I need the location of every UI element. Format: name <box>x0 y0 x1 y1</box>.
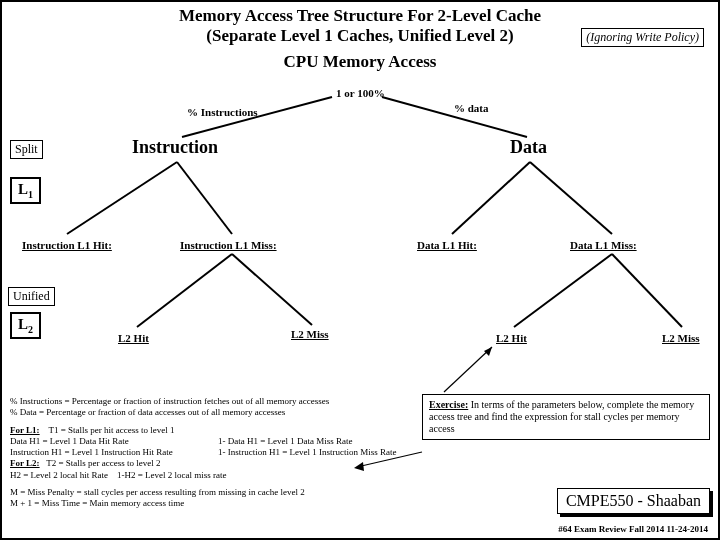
def-t1: T1 = Stalls per hit access to level 1 <box>48 425 174 435</box>
svg-line-7 <box>232 254 312 325</box>
l2-miss-b: L2 Miss <box>662 332 700 344</box>
def-dh1: Data H1 = Level 1 Data Hit Rate <box>10 436 202 447</box>
svg-line-2 <box>67 162 177 234</box>
l2-hit-b: L2 Hit <box>496 332 527 344</box>
def-h2a: H2 = Level 2 local hit Rate <box>10 470 108 480</box>
svg-line-5 <box>530 162 612 234</box>
root-prob: 1 or 100% <box>336 87 385 99</box>
title: Memory Access Tree Structure For 2-Level… <box>2 2 718 26</box>
ignoring-note: (Ignoring Write Policy) <box>581 28 704 47</box>
data-l1-hit: Data L1 Hit: <box>417 239 477 251</box>
course-box: CMPE550 - Shaaban <box>557 488 710 514</box>
svg-line-3 <box>177 162 232 234</box>
exercise-body: In terms of the parameters below, comple… <box>429 399 694 434</box>
svg-line-8 <box>514 254 612 327</box>
def-ih1: Instruction H1 = Level 1 Instruction Hit… <box>10 447 202 458</box>
instruction-node: Instruction <box>132 137 218 158</box>
def-forL1: For L1: <box>10 425 40 435</box>
data-node: Data <box>510 137 547 158</box>
svg-line-9 <box>612 254 682 327</box>
instr-l1-hit: Instruction L1 Hit: <box>22 239 112 251</box>
def-pct-instr: % Instructions = Percentage or fraction … <box>10 396 410 407</box>
l1-label: L1 <box>10 177 41 204</box>
def-imiss: 1- Instruction H1 = Level 1 Instruction … <box>218 447 410 458</box>
instr-l1-miss: Instruction L1 Miss: <box>180 239 277 251</box>
split-label: Split <box>10 140 43 159</box>
cpu-access-label: CPU Memory Access <box>2 52 718 72</box>
exercise-box: Exercise: In terms of the parameters bel… <box>422 394 710 440</box>
exercise-header: Exercise: <box>429 399 468 410</box>
l2-label: L2 <box>10 312 41 339</box>
l2-miss-a: L2 Miss <box>291 328 329 340</box>
def-dmiss: 1- Data H1 = Level 1 Data Miss Rate <box>218 436 410 447</box>
svg-marker-11 <box>484 347 492 356</box>
def-forL2: For L2: <box>10 458 40 468</box>
def-pct-data: % Data = Percentage or fraction of data … <box>10 407 410 418</box>
svg-line-10 <box>444 347 492 392</box>
unified-label: Unified <box>8 287 55 306</box>
def-m: M = Miss Penalty = stall cycles per acce… <box>10 487 410 498</box>
pct-instructions: % Instructions <box>187 106 258 118</box>
svg-line-6 <box>137 254 232 327</box>
pct-data: % data <box>454 102 489 114</box>
l2-hit-a: L2 Hit <box>118 332 149 344</box>
footer: #64 Exam Review Fall 2014 11-24-2014 <box>558 524 708 534</box>
def-t2: T2 = Stalls per access to level 2 <box>46 458 160 468</box>
svg-line-4 <box>452 162 530 234</box>
def-h2b: 1-H2 = Level 2 local miss rate <box>117 470 227 480</box>
definitions: % Instructions = Percentage or fraction … <box>10 396 410 509</box>
def-m1: M + 1 = Miss Time = Main memory access t… <box>10 498 410 509</box>
data-l1-miss: Data L1 Miss: <box>570 239 637 251</box>
